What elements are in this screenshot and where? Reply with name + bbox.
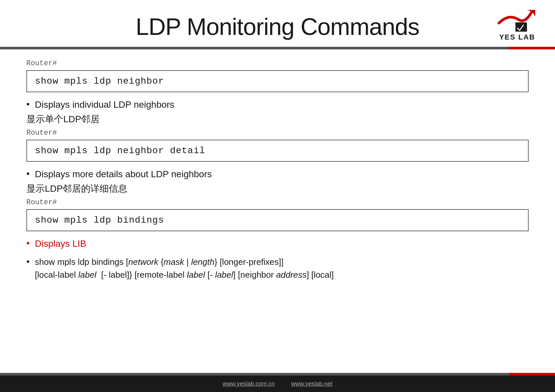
main-content: Router# show mpls ldp neighbor • Display…	[0, 49, 555, 290]
bullet-dot-1: •	[26, 98, 30, 110]
footer-content: www.yeslab.com.cn www.yeslab.net	[0, 376, 555, 392]
bullet-dot-2: •	[26, 168, 30, 180]
bullet-1: • Displays individual LDP neighbors	[26, 98, 529, 111]
syntax-line-2: [local-label label [- label]} [remote-la…	[35, 268, 334, 281]
footer-bar-red	[509, 373, 555, 376]
router-label-2: Router#	[26, 129, 529, 137]
command-text-3: show mpls ldp bindings	[35, 215, 164, 225]
syntax-text: show mpls ldp bindings [network {mask | …	[35, 256, 334, 281]
footer: www.yeslab.com.cn www.yeslab.net	[0, 373, 555, 392]
bullet-dot-syntax: •	[26, 256, 30, 267]
bullet-text-3: Displays LIB	[35, 237, 86, 250]
logo-area: YES LAB	[496, 10, 535, 42]
footer-url-1[interactable]: www.yeslab.com.cn	[223, 380, 275, 387]
bullet-2: • Displays more details about LDP neighb…	[26, 168, 529, 181]
bullet-syntax: • show mpls ldp bindings [network {mask …	[26, 256, 529, 281]
chinese-text-2: 显示LDP邻居的详细信息	[26, 182, 529, 195]
page-title: LDP Monitoring Commands	[136, 13, 419, 40]
router-label-3: Router#	[26, 198, 529, 207]
router-label-1: Router#	[26, 59, 529, 68]
command-text-1: show mpls ldp neighbor	[35, 76, 164, 86]
command-box-3: show mpls ldp bindings	[26, 209, 529, 231]
header-divider	[0, 47, 555, 49]
divider-red	[509, 47, 555, 49]
command-box-1: show mpls ldp neighbor	[26, 70, 529, 92]
header: LDP Monitoring Commands YES LAB	[0, 0, 555, 47]
section-3: Router# show mpls ldp bindings • Display…	[26, 198, 529, 250]
divider-gray	[0, 47, 509, 49]
yes-lab-label: YES LAB	[499, 33, 535, 42]
bullet-text-2: Displays more details about LDP neighbor…	[35, 168, 212, 181]
syntax-line-1: show mpls ldp bindings [network {mask | …	[35, 256, 334, 268]
section-2: Router# show mpls ldp neighbor detail • …	[26, 129, 529, 195]
footer-url-2[interactable]: www.yeslab.net	[291, 380, 332, 387]
footer-bar-gray	[0, 373, 509, 376]
bullet-dot-3: •	[26, 237, 30, 249]
command-text-2: show mpls ldp neighbor detail	[35, 146, 205, 156]
bullet-3: • Displays LIB	[26, 237, 529, 250]
command-box-2: show mpls ldp neighbor detail	[26, 140, 529, 162]
chinese-text-1: 显示单个LDP邻居	[26, 113, 529, 126]
footer-top-bar	[0, 373, 555, 376]
section-1: Router# show mpls ldp neighbor • Display…	[26, 59, 529, 126]
checkmark-icon	[496, 10, 535, 36]
svg-rect-1	[515, 22, 527, 32]
bullet-text-1: Displays individual LDP neighbors	[35, 98, 174, 111]
